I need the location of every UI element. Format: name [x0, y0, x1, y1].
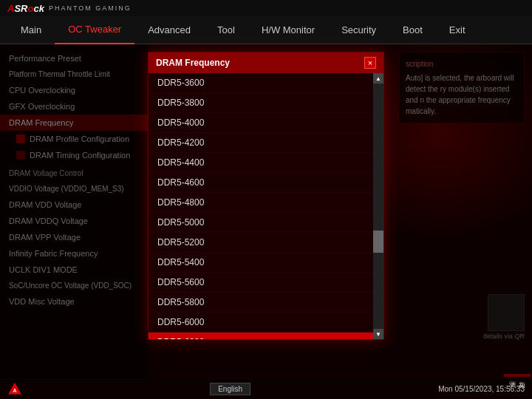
modal-option-ddr5-6000[interactable]: DDR5-6000: [149, 313, 373, 332]
modal-option-ddr5-5600[interactable]: DDR5-5600: [149, 273, 373, 293]
header: ASRock PHANTOM GAMING: [0, 0, 532, 16]
modal-body: DDR5-3600DDR5-3800DDR5-4000DDR5-4200DDR5…: [149, 73, 383, 339]
modal-list: DDR5-3600DDR5-3800DDR5-4000DDR5-4200DDR5…: [149, 73, 373, 339]
modal-option-ddr5-3800[interactable]: DDR5-3800: [149, 93, 373, 113]
nav-item-advanced[interactable]: Advanced: [134, 16, 204, 44]
modal-header: DRAM Frequency ×: [149, 52, 383, 73]
modal-option-ddr5-5400[interactable]: DDR5-5400: [149, 253, 373, 273]
modal-option-ddr5-4600[interactable]: DDR5-4600: [149, 173, 373, 193]
svg-text:A: A: [13, 388, 16, 393]
modal-scrollbar[interactable]: ▲ ▼: [373, 73, 383, 339]
modal-option-ddr5-3600[interactable]: DDR5-3600: [149, 73, 373, 93]
footer-logo-icon: A: [7, 382, 22, 397]
modal-close-button[interactable]: ×: [364, 57, 376, 69]
modal-option-ddr5-4400[interactable]: DDR5-4400: [149, 153, 373, 173]
logo: ASRock PHANTOM GAMING: [7, 3, 132, 14]
modal-option-ddr5-4000[interactable]: DDR5-4000: [149, 113, 373, 133]
modal-option-ddr5-5200[interactable]: DDR5-5200: [149, 233, 373, 253]
nav-item-exit[interactable]: Exit: [436, 16, 479, 44]
footer-left: A: [7, 382, 22, 397]
footer-datetime: Mon 05/15/2023, 15:56:33: [438, 385, 525, 393]
scrollbar-up-button[interactable]: ▲: [373, 73, 383, 83]
nav-item-tool[interactable]: Tool: [204, 16, 248, 44]
nav-item-main[interactable]: Main: [7, 16, 55, 44]
asrock-logo: ASRock: [7, 3, 44, 14]
footer-language-selector[interactable]: English: [210, 383, 250, 395]
main-content: Performance Preset Platform Thermal Thro…: [0, 44, 532, 383]
modal-option-ddr5-6200[interactable]: DDR5-6200: [149, 332, 373, 339]
scrollbar-thumb[interactable]: [373, 231, 383, 253]
modal-overlay: DRAM Frequency × DDR5-3600DDR5-3800DDR5-…: [0, 44, 532, 383]
navbar: MainOC TweakerAdvancedToolH/W MonitorSec…: [0, 16, 532, 44]
nav-item-security[interactable]: Security: [328, 16, 389, 44]
nav-item-boot[interactable]: Boot: [389, 16, 436, 44]
nav-item-oc-tweaker[interactable]: OC Tweaker: [55, 16, 134, 44]
modal-option-ddr5-5000[interactable]: DDR5-5000: [149, 213, 373, 233]
modal-option-ddr5-4800[interactable]: DDR5-4800: [149, 193, 373, 213]
scrollbar-track: [373, 83, 383, 329]
dram-frequency-modal: DRAM Frequency × DDR5-3600DDR5-3800DDR5-…: [148, 52, 384, 340]
modal-option-ddr5-4200[interactable]: DDR5-4200: [149, 133, 373, 153]
phantom-gaming-logo: PHANTOM GAMING: [49, 4, 132, 12]
modal-option-ddr5-5800[interactable]: DDR5-5800: [149, 293, 373, 313]
nav-item-h/w-monitor[interactable]: H/W Monitor: [248, 16, 328, 44]
modal-title: DRAM Frequency: [156, 58, 230, 68]
scrollbar-down-button[interactable]: ▼: [373, 329, 383, 339]
